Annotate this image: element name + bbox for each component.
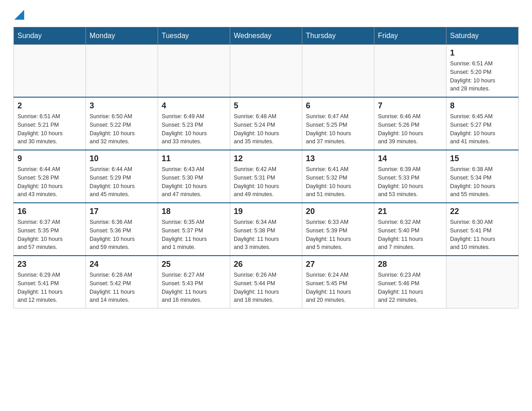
day-info: Sunrise: 6:50 AM Sunset: 5:22 PM Dayligh… <box>90 112 154 146</box>
day-info: Sunrise: 6:41 AM Sunset: 5:32 PM Dayligh… <box>306 165 370 199</box>
day-number: 27 <box>306 260 370 269</box>
calendar-day-cell: 19Sunrise: 6:34 AM Sunset: 5:38 PM Dayli… <box>230 203 302 256</box>
calendar-day-cell: 24Sunrise: 6:28 AM Sunset: 5:42 PM Dayli… <box>86 256 158 308</box>
calendar-day-cell: 27Sunrise: 6:24 AM Sunset: 5:45 PM Dayli… <box>302 256 374 308</box>
day-info: Sunrise: 6:33 AM Sunset: 5:39 PM Dayligh… <box>306 218 370 252</box>
empty-cell <box>86 45 158 98</box>
day-info: Sunrise: 6:37 AM Sunset: 5:35 PM Dayligh… <box>17 218 82 252</box>
day-info: Sunrise: 6:42 AM Sunset: 5:31 PM Dayligh… <box>234 165 298 199</box>
day-info: Sunrise: 6:28 AM Sunset: 5:42 PM Dayligh… <box>90 271 154 304</box>
day-info: Sunrise: 6:43 AM Sunset: 5:30 PM Dayligh… <box>162 165 226 199</box>
weekday-header-monday: Monday <box>86 27 158 45</box>
calendar-day-cell: 15Sunrise: 6:38 AM Sunset: 5:34 PM Dayli… <box>446 150 519 203</box>
calendar-day-cell: 4Sunrise: 6:49 AM Sunset: 5:23 PM Daylig… <box>158 97 230 150</box>
calendar-day-cell: 20Sunrise: 6:33 AM Sunset: 5:39 PM Dayli… <box>302 203 374 256</box>
day-number: 1 <box>450 48 515 58</box>
weekday-header-thursday: Thursday <box>302 27 374 45</box>
day-info: Sunrise: 6:47 AM Sunset: 5:25 PM Dayligh… <box>306 112 370 146</box>
day-info: Sunrise: 6:30 AM Sunset: 5:41 PM Dayligh… <box>450 218 515 252</box>
calendar-day-cell: 2Sunrise: 6:51 AM Sunset: 5:21 PM Daylig… <box>14 97 86 150</box>
svg-marker-0 <box>14 10 24 20</box>
day-number: 26 <box>234 260 298 269</box>
calendar-day-cell: 18Sunrise: 6:35 AM Sunset: 5:37 PM Dayli… <box>158 203 230 256</box>
calendar-day-cell: 26Sunrise: 6:26 AM Sunset: 5:44 PM Dayli… <box>230 256 302 308</box>
logo-triangle-icon <box>14 10 24 20</box>
day-number: 20 <box>306 207 370 216</box>
day-number: 18 <box>162 207 226 216</box>
calendar-day-cell: 8Sunrise: 6:45 AM Sunset: 5:27 PM Daylig… <box>446 97 519 150</box>
calendar-day-cell: 10Sunrise: 6:44 AM Sunset: 5:29 PM Dayli… <box>86 150 158 203</box>
calendar-day-cell: 21Sunrise: 6:32 AM Sunset: 5:40 PM Dayli… <box>374 203 446 256</box>
day-number: 25 <box>162 260 226 269</box>
calendar-day-cell: 13Sunrise: 6:41 AM Sunset: 5:32 PM Dayli… <box>302 150 374 203</box>
calendar-day-cell: 12Sunrise: 6:42 AM Sunset: 5:31 PM Dayli… <box>230 150 302 203</box>
day-info: Sunrise: 6:39 AM Sunset: 5:33 PM Dayligh… <box>378 165 442 199</box>
calendar-day-cell: 16Sunrise: 6:37 AM Sunset: 5:35 PM Dayli… <box>14 203 86 256</box>
calendar-week-row: 16Sunrise: 6:37 AM Sunset: 5:35 PM Dayli… <box>14 203 519 256</box>
day-info: Sunrise: 6:38 AM Sunset: 5:34 PM Dayligh… <box>450 165 515 199</box>
day-info: Sunrise: 6:32 AM Sunset: 5:40 PM Dayligh… <box>378 218 442 252</box>
day-info: Sunrise: 6:51 AM Sunset: 5:20 PM Dayligh… <box>450 60 515 93</box>
calendar-table: SundayMondayTuesdayWednesdayThursdayFrid… <box>13 27 519 308</box>
day-info: Sunrise: 6:45 AM Sunset: 5:27 PM Dayligh… <box>450 112 515 146</box>
day-info: Sunrise: 6:34 AM Sunset: 5:38 PM Dayligh… <box>234 218 298 252</box>
weekday-header-row: SundayMondayTuesdayWednesdayThursdayFrid… <box>14 27 519 45</box>
day-number: 13 <box>306 154 370 163</box>
empty-cell <box>230 45 302 98</box>
day-number: 23 <box>17 260 82 269</box>
empty-cell <box>158 45 230 98</box>
day-number: 9 <box>17 154 82 163</box>
day-info: Sunrise: 6:35 AM Sunset: 5:37 PM Dayligh… <box>162 218 226 252</box>
day-info: Sunrise: 6:49 AM Sunset: 5:23 PM Dayligh… <box>162 112 226 146</box>
calendar-day-cell: 1Sunrise: 6:51 AM Sunset: 5:20 PM Daylig… <box>446 45 519 98</box>
day-info: Sunrise: 6:44 AM Sunset: 5:28 PM Dayligh… <box>17 165 82 199</box>
day-number: 22 <box>450 207 515 216</box>
day-number: 12 <box>234 154 298 163</box>
day-number: 7 <box>378 101 442 111</box>
calendar-week-row: 9Sunrise: 6:44 AM Sunset: 5:28 PM Daylig… <box>14 150 519 203</box>
day-number: 24 <box>90 260 154 269</box>
calendar-day-cell: 25Sunrise: 6:27 AM Sunset: 5:43 PM Dayli… <box>158 256 230 308</box>
day-number: 17 <box>90 207 154 216</box>
calendar-day-cell: 22Sunrise: 6:30 AM Sunset: 5:41 PM Dayli… <box>446 203 519 256</box>
day-info: Sunrise: 6:27 AM Sunset: 5:43 PM Dayligh… <box>162 271 226 304</box>
empty-cell <box>374 45 446 98</box>
calendar-day-cell: 9Sunrise: 6:44 AM Sunset: 5:28 PM Daylig… <box>14 150 86 203</box>
day-number: 3 <box>90 101 154 111</box>
calendar-day-cell: 7Sunrise: 6:46 AM Sunset: 5:26 PM Daylig… <box>374 97 446 150</box>
logo <box>13 9 24 18</box>
day-number: 19 <box>234 207 298 216</box>
calendar-day-cell: 17Sunrise: 6:36 AM Sunset: 5:36 PM Dayli… <box>86 203 158 256</box>
day-number: 2 <box>17 101 82 111</box>
day-info: Sunrise: 6:24 AM Sunset: 5:45 PM Dayligh… <box>306 271 370 304</box>
day-number: 10 <box>90 154 154 163</box>
empty-cell <box>446 256 519 308</box>
calendar-day-cell: 11Sunrise: 6:43 AM Sunset: 5:30 PM Dayli… <box>158 150 230 203</box>
day-number: 11 <box>162 154 226 163</box>
empty-cell <box>14 45 86 98</box>
day-number: 8 <box>450 101 515 111</box>
calendar-day-cell: 14Sunrise: 6:39 AM Sunset: 5:33 PM Dayli… <box>374 150 446 203</box>
day-info: Sunrise: 6:29 AM Sunset: 5:41 PM Dayligh… <box>17 271 82 304</box>
day-number: 4 <box>162 101 226 111</box>
calendar-week-row: 2Sunrise: 6:51 AM Sunset: 5:21 PM Daylig… <box>14 97 519 150</box>
day-info: Sunrise: 6:26 AM Sunset: 5:44 PM Dayligh… <box>234 271 298 304</box>
day-number: 14 <box>378 154 442 163</box>
day-number: 5 <box>234 101 298 111</box>
day-number: 21 <box>378 207 442 216</box>
weekday-header-tuesday: Tuesday <box>158 27 230 45</box>
page-header <box>13 9 519 18</box>
day-info: Sunrise: 6:48 AM Sunset: 5:24 PM Dayligh… <box>234 112 298 146</box>
day-number: 16 <box>17 207 82 216</box>
weekday-header-sunday: Sunday <box>14 27 86 45</box>
calendar-day-cell: 5Sunrise: 6:48 AM Sunset: 5:24 PM Daylig… <box>230 97 302 150</box>
calendar-week-row: 1Sunrise: 6:51 AM Sunset: 5:20 PM Daylig… <box>14 45 519 98</box>
empty-cell <box>302 45 374 98</box>
day-info: Sunrise: 6:51 AM Sunset: 5:21 PM Dayligh… <box>17 112 82 146</box>
calendar-day-cell: 6Sunrise: 6:47 AM Sunset: 5:25 PM Daylig… <box>302 97 374 150</box>
calendar-week-row: 23Sunrise: 6:29 AM Sunset: 5:41 PM Dayli… <box>14 256 519 308</box>
calendar-day-cell: 23Sunrise: 6:29 AM Sunset: 5:41 PM Dayli… <box>14 256 86 308</box>
weekday-header-friday: Friday <box>374 27 446 45</box>
day-info: Sunrise: 6:23 AM Sunset: 5:46 PM Dayligh… <box>378 271 442 304</box>
weekday-header-saturday: Saturday <box>446 27 519 45</box>
